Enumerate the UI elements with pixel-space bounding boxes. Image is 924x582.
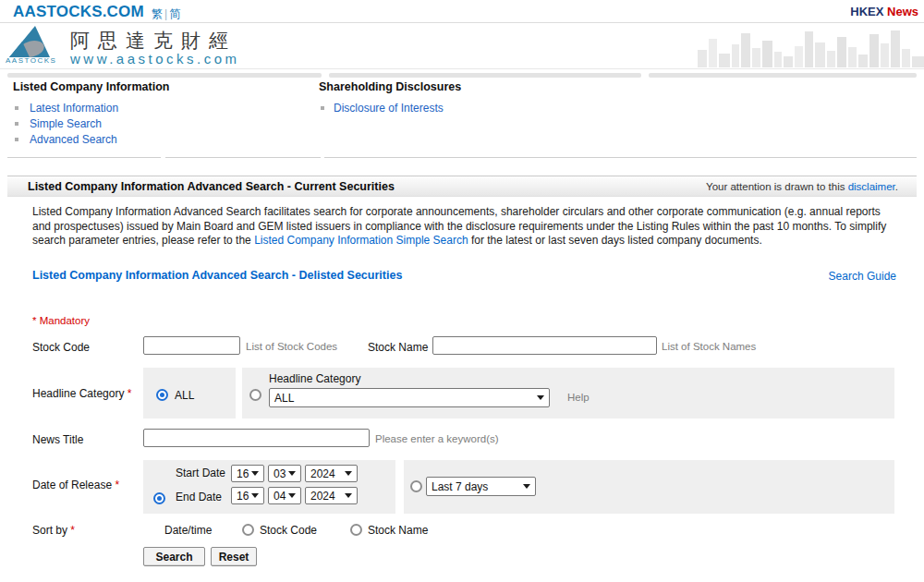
help-link[interactable]: Help xyxy=(567,392,590,403)
sort-by-label: Sort by * xyxy=(32,524,75,537)
chevron-down-icon xyxy=(288,493,296,498)
header-divider xyxy=(0,22,924,23)
bullet-icon xyxy=(15,138,18,141)
brand-logo-text[interactable]: AASTOCKS.COM xyxy=(13,3,144,21)
search-guide-link[interactable]: Search Guide xyxy=(829,270,896,283)
headline-dropdown-label: Headline Category xyxy=(269,372,360,385)
stock-name-label: Stock Name xyxy=(368,341,428,354)
nav-item-disclosure-of-interests[interactable]: Disclosure of Interests xyxy=(334,102,444,115)
chevron-down-icon xyxy=(345,471,352,476)
start-month-select[interactable]: 03 xyxy=(268,465,301,482)
last7days-radio[interactable] xyxy=(410,480,422,492)
stock-name-input[interactable] xyxy=(432,336,657,355)
page-title: Listed Company Information Advanced Sear… xyxy=(28,176,395,197)
start-day-select[interactable]: 16 xyxy=(231,465,264,482)
list-of-stock-codes-link[interactable]: List of Stock Codes xyxy=(246,341,337,352)
news-title-label: News Title xyxy=(32,433,83,446)
bullet-icon xyxy=(15,122,18,126)
headline-all-option-label: ALL xyxy=(175,389,194,402)
description-paragraph: Listed Company Information Advanced Sear… xyxy=(32,205,894,249)
nav-col2-topbar xyxy=(329,73,641,78)
stock-code-label: Stock Code xyxy=(32,341,90,354)
nav-bottom-divider xyxy=(7,157,161,158)
sort-datetime-label: Date/time xyxy=(164,524,212,537)
chevron-down-icon xyxy=(537,395,544,400)
search-button[interactable]: Search xyxy=(143,547,205,566)
chevron-down-icon xyxy=(251,471,259,476)
end-year-select[interactable]: 2024 xyxy=(305,487,358,504)
headline-dropdown-radio[interactable] xyxy=(249,389,261,401)
chevron-down-icon xyxy=(523,484,530,489)
keyword-hint: Please enter a keyword(s) xyxy=(375,433,499,444)
nav-col1-topbar xyxy=(7,73,322,78)
hkex-news-link[interactable]: HKEX News xyxy=(850,5,918,18)
nav-col3-topbar xyxy=(649,73,917,78)
end-day-value: 16 xyxy=(237,490,249,503)
bullet-icon xyxy=(15,106,18,110)
nav-item-simple-search[interactable]: Simple Search xyxy=(30,117,102,130)
end-day-select[interactable]: 16 xyxy=(231,487,264,504)
page: AASTOCKS.COM 繁|简 HKEX News AASTOCKS 阿思達克… xyxy=(0,0,924,582)
start-year-select[interactable]: 2024 xyxy=(305,465,358,482)
nav-bottom-divider xyxy=(165,157,321,158)
sort-stock-code-radio[interactable] xyxy=(242,524,254,536)
headline-category-selected-value: ALL xyxy=(274,392,294,405)
date-of-release-label-text: Date of Release xyxy=(32,479,112,491)
start-year-value: 2024 xyxy=(310,467,335,480)
aastocks-logo[interactable] xyxy=(7,25,61,58)
news-title-input[interactable] xyxy=(143,429,370,447)
stock-code-input[interactable] xyxy=(143,336,240,355)
attention-note: Your attention is drawn to this disclaim… xyxy=(706,176,898,197)
required-asterisk: * xyxy=(115,479,119,491)
logo-row-divider xyxy=(0,68,924,69)
list-of-stock-names-link[interactable]: List of Stock Names xyxy=(662,341,756,352)
reset-button[interactable]: Reset xyxy=(211,547,257,566)
date-range-radio[interactable] xyxy=(153,492,165,504)
end-month-value: 04 xyxy=(274,490,286,503)
logo-website-url: www.aastocks.com xyxy=(70,51,240,67)
headline-category-label: Headline Category * xyxy=(32,387,131,400)
section-title-bar: Listed Company Information Advanced Sear… xyxy=(7,176,917,197)
lang-traditional-link[interactable]: 繁 xyxy=(152,7,163,20)
chevron-down-icon xyxy=(251,493,259,498)
sort-by-label-text: Sort by xyxy=(32,524,67,537)
start-month-value: 03 xyxy=(274,467,286,480)
end-date-label: End Date xyxy=(176,491,222,503)
required-asterisk: * xyxy=(128,387,132,400)
nav-heading-listed-company-info: Listed Company Information xyxy=(13,80,169,93)
last7days-selected-value: Last 7 days xyxy=(432,480,488,493)
last7days-select[interactable]: Last 7 days xyxy=(426,477,536,496)
sort-stock-code-label: Stock Code xyxy=(260,524,317,537)
start-day-value: 16 xyxy=(237,467,249,480)
date-of-release-label: Date of Release * xyxy=(32,479,119,491)
nav-heading-shareholding-disclosures: Shareholding Disclosures xyxy=(319,80,461,93)
mandatory-note: * Mandatory xyxy=(32,315,90,326)
hkex-label: HKEX xyxy=(850,5,883,18)
required-asterisk: * xyxy=(70,524,75,537)
bullet-icon xyxy=(321,106,324,110)
nav-item-advanced-search[interactable]: Advanced Search xyxy=(30,133,117,146)
nav-bottom-divider xyxy=(324,157,917,158)
description-text-2: for the latest or last seven days listed… xyxy=(468,234,762,247)
lang-simplified-link[interactable]: 简 xyxy=(169,7,180,20)
delisted-securities-link[interactable]: Listed Company Information Advanced Sear… xyxy=(32,269,402,282)
logo-chinese-name: 阿思達克財經 xyxy=(70,28,237,54)
start-date-label: Start Date xyxy=(176,467,225,479)
attention-suffix: . xyxy=(895,181,898,192)
nav-item-latest-information[interactable]: Latest Information xyxy=(30,102,118,115)
headline-all-radio[interactable] xyxy=(156,389,168,401)
end-year-value: 2024 xyxy=(310,490,335,503)
simple-search-link[interactable]: Listed Company Information Simple Search xyxy=(254,234,468,247)
sort-stock-name-radio[interactable] xyxy=(350,524,362,536)
sort-stock-name-label: Stock Name xyxy=(368,524,428,537)
chevron-down-icon xyxy=(288,471,296,476)
news-label: News xyxy=(887,5,918,18)
aastocks-logo-abbr: AASTOCKS xyxy=(6,56,61,65)
headline-category-select[interactable]: ALL xyxy=(269,388,550,407)
skyline-image xyxy=(698,26,924,71)
disclaimer-link[interactable]: disclaimer xyxy=(848,181,895,192)
aastocks-logo-icon xyxy=(7,25,61,58)
headline-category-label-text: Headline Category xyxy=(32,387,124,400)
chevron-down-icon xyxy=(345,493,352,498)
end-month-select[interactable]: 04 xyxy=(268,487,301,504)
